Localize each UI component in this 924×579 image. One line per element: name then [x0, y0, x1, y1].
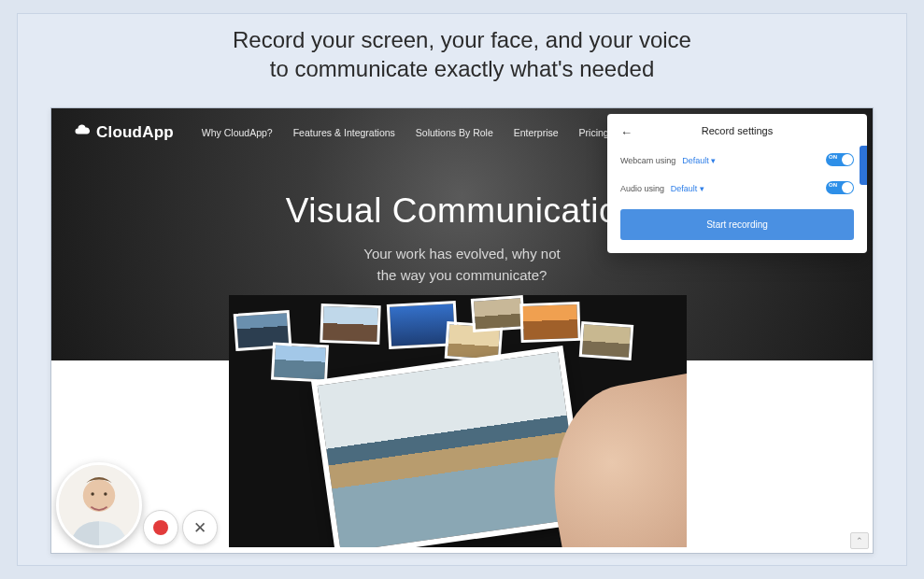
headline-line-2: to communicate exactly what's needed — [270, 56, 654, 81]
audio-device-select[interactable]: Default ▾ — [671, 184, 704, 193]
webcam-label: Webcam using — [620, 156, 675, 165]
toggle-on-label: ON — [829, 154, 837, 160]
start-recording-button[interactable]: Start recording — [620, 209, 854, 240]
record-icon — [153, 520, 168, 535]
webcam-toggle[interactable]: ON — [826, 153, 854, 166]
audio-toggle[interactable]: ON — [826, 181, 854, 194]
record-button[interactable] — [143, 510, 178, 545]
close-icon: ✕ — [193, 520, 206, 536]
webcam-preview[interactable] — [56, 462, 142, 548]
collage-thumb — [271, 342, 329, 382]
panel-title: Record settings — [702, 125, 773, 136]
photo-collage — [229, 295, 687, 547]
promo-frame: Record your screen, your face, and your … — [17, 13, 907, 566]
nav-features[interactable]: Features & Integrations — [293, 127, 395, 138]
brand-name: CloudApp — [96, 123, 174, 142]
nav-pricing[interactable]: Pricing — [579, 127, 609, 138]
nav-why[interactable]: Why CloudApp? — [202, 127, 273, 138]
webcam-device-select[interactable]: Default ▾ — [682, 156, 716, 165]
nav-enterprise[interactable]: Enterprise — [514, 127, 559, 138]
held-photo — [311, 346, 588, 547]
webcam-setting-row: Webcam using Default ▾ ON — [620, 153, 854, 166]
cancel-button[interactable]: ✕ — [182, 510, 218, 545]
recorded-screen: CloudApp Why CloudApp? Features & Integr… — [50, 107, 874, 554]
person-avatar-icon — [59, 465, 139, 545]
svg-point-1 — [83, 479, 115, 511]
audio-setting-row: Audio using Default ▾ ON — [620, 181, 854, 194]
hero-sub-line-1: Your work has evolved, why not — [363, 246, 560, 261]
collage-thumb — [519, 302, 580, 343]
cloud-icon — [74, 121, 91, 143]
audio-label: Audio using — [620, 184, 664, 193]
toggle-on-label: ON — [829, 182, 837, 188]
scroll-hint[interactable]: ⌃ — [850, 532, 869, 549]
panel-back-button[interactable]: ← — [620, 125, 633, 139]
svg-point-2 — [91, 492, 93, 495]
headline-line-1: Record your screen, your face, and your … — [233, 27, 691, 52]
brand-logo[interactable]: CloudApp — [74, 121, 174, 143]
collage-thumb — [471, 295, 525, 332]
nav-solutions[interactable]: Solutions By Role — [416, 127, 493, 138]
collage-thumb — [320, 304, 380, 345]
panel-edge-tab — [860, 146, 867, 185]
hero-sub-line-2: the way you communicate? — [377, 267, 547, 283]
svg-point-3 — [104, 492, 107, 495]
collage-thumb — [579, 321, 634, 360]
record-settings-panel: ← Record settings Webcam using Default ▾… — [607, 114, 867, 253]
promo-headline: Record your screen, your face, and your … — [18, 14, 906, 89]
